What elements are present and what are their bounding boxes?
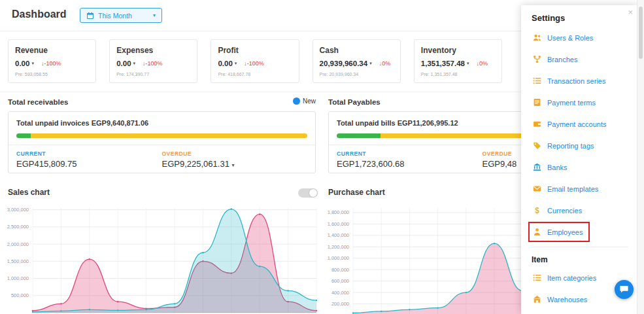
kpi-card: Expenses 0.00 ▾ ↓-100% Pre: 174,390.77 bbox=[109, 39, 197, 83]
period-label: This Month bbox=[98, 12, 132, 20]
chevron-down-icon[interactable]: ▾ bbox=[467, 61, 469, 66]
payment-terms-icon bbox=[533, 98, 541, 107]
period-selector-button[interactable]: This Month ▾ bbox=[80, 8, 162, 23]
svg-text:2,500,000: 2,500,000 bbox=[7, 224, 29, 230]
kpi-label: Profit bbox=[218, 46, 292, 55]
kpi-value: 20,939,960.34 bbox=[320, 60, 368, 67]
svg-text:1,400,000: 1,400,000 bbox=[328, 232, 349, 238]
svg-text:500,000: 500,000 bbox=[11, 292, 29, 298]
current-label: CURRENT bbox=[16, 150, 162, 157]
page-title: Dashboard bbox=[12, 9, 67, 20]
chat-icon bbox=[619, 285, 629, 294]
branches-icon bbox=[533, 55, 541, 63]
sales-chart-title: Sales chart bbox=[8, 188, 50, 197]
kpi-previous-value: Pre: 20,939,960.34 bbox=[320, 72, 394, 77]
new-badge: New bbox=[293, 97, 316, 105]
kpi-label: Expenses bbox=[116, 46, 190, 55]
svg-text:1,200,000: 1,200,000 bbox=[328, 244, 349, 250]
settings-items-list: Users & Roles Branches Transaction serie… bbox=[532, 31, 637, 239]
kpi-previous-value: Pre: 418,667.78 bbox=[218, 72, 292, 77]
new-badge-label: New bbox=[303, 97, 316, 105]
svg-text:1,000,000: 1,000,000 bbox=[7, 275, 29, 281]
list-icon bbox=[533, 77, 541, 85]
page-scrollbar bbox=[637, 0, 644, 314]
svg-text:1,600,000: 1,600,000 bbox=[328, 221, 349, 227]
svg-text:1,800,000: 1,800,000 bbox=[328, 209, 349, 215]
settings-item-warehouses[interactable]: Warehouses bbox=[532, 292, 591, 306]
svg-text:$: $ bbox=[535, 206, 539, 215]
new-badge-icon bbox=[293, 97, 300, 105]
settings-section-item: Item bbox=[532, 247, 628, 264]
kpi-trend: ↓0% bbox=[476, 60, 488, 67]
chevron-down-icon[interactable]: ▾ bbox=[133, 61, 136, 66]
kpi-trend: ↓0% bbox=[379, 60, 391, 67]
svg-text:3,000,000: 3,000,000 bbox=[7, 207, 29, 213]
svg-text:1,500,000: 1,500,000 bbox=[7, 258, 29, 264]
kpi-card: Profit 0.00 ▾ ↓-100% Pre: 418,667.78 bbox=[211, 39, 299, 83]
settings-item-currencies[interactable]: $ Currencies bbox=[532, 203, 586, 217]
kpi-previous-value: Pre: 174,390.77 bbox=[116, 72, 190, 77]
settings-panel: × Settings Users & Roles Branches Transa… bbox=[521, 5, 637, 314]
svg-text:400,000: 400,000 bbox=[331, 290, 349, 296]
sales-chart: 3,000,0002,500,0002,000,0001,500,0001,00… bbox=[3, 204, 318, 314]
kpi-previous-value: Pre: 593,058.55 bbox=[15, 72, 89, 77]
chevron-down-icon: ▾ bbox=[153, 12, 156, 18]
receivables-summary: Total unpaid invoices EGP9,640,871.06 bbox=[16, 119, 307, 127]
svg-text:200,000: 200,000 bbox=[331, 301, 349, 307]
divider bbox=[8, 145, 315, 145]
chevron-down-icon[interactable]: ▾ bbox=[235, 61, 237, 66]
tag-icon bbox=[533, 141, 541, 150]
currency-icon: $ bbox=[533, 206, 541, 215]
kpi-label: Revenue bbox=[15, 46, 89, 55]
settings-item-employees-highlighted[interactable]: Employees bbox=[532, 225, 586, 239]
payment-accounts-icon bbox=[533, 120, 541, 128]
svg-text:600,000: 600,000 bbox=[331, 278, 349, 284]
chat-bubble-button[interactable] bbox=[615, 280, 634, 299]
kpi-previous-value: Pre: 1,351,357.48 bbox=[421, 72, 495, 77]
settings-item-transaction-series[interactable]: Transaction series bbox=[532, 74, 609, 88]
dashboard-page: Dashboard This Month ▾ Revenue 0.00 ▾ ↓-… bbox=[0, 0, 644, 314]
kpi-card: Revenue 0.00 ▾ ↓-100% Pre: 593,058.55 bbox=[8, 39, 96, 83]
bank-icon bbox=[533, 163, 541, 171]
list-icon bbox=[533, 273, 541, 282]
chevron-down-icon[interactable]: ▾ bbox=[231, 162, 234, 168]
sales-chart-toggle[interactable] bbox=[298, 188, 318, 198]
current-label: CURRENT bbox=[337, 150, 483, 157]
settings-item-item-categories[interactable]: Item categories bbox=[532, 271, 600, 285]
payables-section-title: Total Payables bbox=[328, 98, 381, 106]
receivables-current-value: EGP415,809.75 bbox=[16, 159, 162, 169]
purchase-chart-title: Purchase chart bbox=[328, 188, 385, 197]
settings-item-payment-terms[interactable]: Payment terms bbox=[532, 96, 600, 109]
kpi-trend: ↓-100% bbox=[143, 60, 163, 67]
chevron-down-icon[interactable]: ▾ bbox=[31, 61, 34, 66]
settings-item-email-templates[interactable]: Email templates bbox=[532, 182, 602, 196]
receivables-section-title: Total receivables bbox=[8, 98, 68, 106]
svg-text:2,000,000: 2,000,000 bbox=[7, 241, 29, 247]
users-icon bbox=[533, 33, 541, 42]
calendar-icon bbox=[86, 12, 94, 20]
kpi-value: 0.00 bbox=[218, 60, 232, 67]
overdue-label: OVERDUE bbox=[162, 150, 308, 157]
kpi-label: Cash bbox=[320, 46, 394, 55]
payables-current-value: EGP1,723,600.68 bbox=[337, 159, 483, 169]
chevron-down-icon[interactable]: ▾ bbox=[369, 61, 372, 66]
kpi-card: Cash 20,939,960.34 ▾ ↓0% Pre: 20,939,960… bbox=[313, 39, 401, 83]
kpi-trend: ↓-100% bbox=[244, 60, 264, 67]
kpi-value: 0.00 bbox=[15, 60, 29, 67]
settings-item-users-roles[interactable]: Users & Roles bbox=[532, 31, 597, 44]
kpi-value: 0.00 bbox=[116, 60, 131, 67]
settings-item-payment-accounts[interactable]: Payment accounts bbox=[532, 117, 611, 131]
settings-panel-title: Settings bbox=[532, 13, 637, 23]
svg-text:800,000: 800,000 bbox=[331, 267, 349, 273]
settings-item-banks[interactable]: Banks bbox=[532, 160, 571, 174]
email-icon bbox=[533, 184, 541, 193]
receivables-overdue-value: EGP9,225,061.31 ▾ bbox=[162, 159, 308, 169]
kpi-row: Revenue 0.00 ▾ ↓-100% Pre: 593,058.55 Ex… bbox=[8, 39, 502, 83]
close-icon[interactable]: × bbox=[628, 8, 633, 16]
svg-text:1,000,000: 1,000,000 bbox=[328, 255, 349, 261]
settings-item-branches[interactable]: Branches bbox=[532, 52, 581, 66]
kpi-value: 1,351,357.48 bbox=[421, 60, 465, 67]
kpi-label: Inventory bbox=[421, 46, 495, 55]
scrollbar-thumb[interactable] bbox=[639, 7, 643, 59]
settings-item-reporting-tags[interactable]: Reporting tags bbox=[532, 139, 598, 152]
